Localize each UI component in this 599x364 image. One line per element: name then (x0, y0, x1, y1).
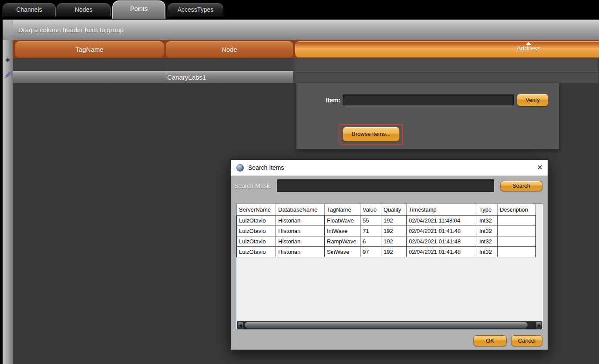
grid-row-cell-node[interactable]: CanaryLabs1 (164, 71, 293, 83)
tab-points[interactable]: Points (112, 0, 165, 19)
cell[interactable] (498, 236, 536, 247)
table-row[interactable]: LuizOtavio Historian FloatWave 55 192 02… (237, 216, 536, 226)
table-row[interactable]: LuizOtavio Historian IntWave 71 192 02/0… (237, 226, 536, 236)
verify-button[interactable]: Verify (517, 94, 549, 106)
search-results-table: ServerName DatabaseName TagName Value Qu… (236, 204, 536, 257)
col-databasename[interactable]: DatabaseName (276, 204, 325, 216)
col-type[interactable]: Type (477, 204, 498, 216)
cell[interactable]: LuizOtavio (237, 226, 276, 236)
table-row[interactable]: LuizOtavio Historian SinWave 97 192 02/0… (237, 247, 536, 257)
dialog-titlebar: Search Items ✕ (231, 160, 548, 176)
cell[interactable]: LuizOtavio (237, 247, 276, 257)
cancel-button[interactable]: Cancel (511, 335, 542, 346)
table-header-row: ServerName DatabaseName TagName Value Qu… (237, 204, 536, 216)
close-icon[interactable]: ✕ (535, 163, 544, 172)
search-items-dialog: Search Items ✕ Search Mask: Search Serve… (230, 159, 548, 350)
cell[interactable]: 02/04/2021 01:41:48 (407, 236, 477, 247)
cell[interactable]: Historian (276, 216, 325, 226)
cell[interactable]: 97 (360, 247, 381, 257)
cell[interactable]: 192 (381, 216, 407, 226)
cell[interactable] (498, 226, 536, 236)
col-servername[interactable]: ServerName (237, 204, 276, 216)
cell[interactable]: 55 (360, 216, 381, 226)
tab-channels[interactable]: Channels (3, 3, 56, 17)
tab-accesstypes[interactable]: AccessTypes (168, 3, 223, 17)
cell[interactable] (498, 216, 536, 226)
col-description[interactable]: Description (498, 204, 536, 216)
column-header-tagname[interactable]: TagName (15, 41, 164, 57)
tab-nodes[interactable]: Nodes (57, 3, 111, 17)
column-header-node[interactable]: Node (166, 41, 293, 57)
cell[interactable]: 192 (381, 226, 407, 236)
group-by-hint: Drag a column header here to group (18, 20, 124, 40)
col-timestamp[interactable]: Timestamp (407, 204, 477, 216)
cell[interactable]: Int32 (477, 216, 498, 226)
cell[interactable]: Historian (276, 226, 325, 236)
cell[interactable]: SinWave (325, 247, 360, 257)
grid-row-cell-tagname[interactable] (13, 71, 164, 83)
group-by-bar[interactable]: Drag a column header here to group (3, 20, 599, 40)
table-row[interactable]: LuizOtavio Historian RampWave 6 192 02/0… (237, 236, 536, 247)
cell[interactable]: 6 (360, 236, 381, 247)
column-header-address-label: Address (501, 44, 556, 52)
cell[interactable]: IntWave (325, 226, 360, 236)
cell[interactable]: 192 (381, 236, 407, 247)
browse-items-button[interactable]: Browse items... (343, 127, 400, 142)
cell[interactable] (498, 247, 536, 257)
edit-pencil-icon (4, 71, 12, 79)
cell[interactable]: LuizOtavio (237, 216, 276, 226)
col-quality[interactable]: Quality (381, 204, 407, 216)
col-value[interactable]: Value (360, 204, 381, 216)
item-input[interactable] (343, 94, 514, 105)
cell[interactable]: 02/04/2021 01:41:48 (407, 226, 477, 236)
cell[interactable]: Int32 (477, 247, 498, 257)
dialog-title: Search Items (248, 164, 284, 171)
grid-row-cell-address[interactable] (293, 71, 599, 83)
cell[interactable]: Int32 (477, 226, 498, 236)
grid-corner-cell (3, 20, 13, 40)
cell[interactable]: 192 (381, 247, 407, 257)
cell[interactable]: FloatWave (325, 216, 360, 226)
item-label: Item: (305, 97, 340, 104)
app-cube-icon (236, 164, 244, 172)
search-results-listbox: ServerName DatabaseName TagName Value Qu… (236, 203, 543, 330)
scroll-left-arrow-icon[interactable] (237, 322, 244, 328)
cell[interactable]: 71 (360, 226, 381, 236)
col-tagname[interactable]: TagName (325, 204, 360, 216)
scrollbar-thumb[interactable] (244, 322, 528, 328)
search-mask-label: Search Mask: (234, 182, 272, 189)
grid-newrow-cell-address[interactable] (293, 58, 599, 71)
search-mask-input[interactable] (277, 179, 494, 192)
scroll-right-arrow-icon[interactable] (535, 322, 542, 328)
grid-newrow-cell-node[interactable] (164, 58, 293, 71)
cell[interactable]: LuizOtavio (237, 236, 276, 247)
cell[interactable]: 02/04/2021 11:48:04 (407, 216, 477, 226)
cell[interactable]: 02/04/2021 01:41:48 (407, 247, 477, 257)
address-editor-panel: Item: Verify Browse items... (296, 83, 559, 149)
row-indicator-gutter (3, 40, 13, 364)
ok-button[interactable]: OK (473, 335, 507, 346)
new-row-icon: ✱ (5, 57, 10, 64)
horizontal-scrollbar[interactable] (237, 321, 542, 329)
cell[interactable]: Historian (276, 247, 325, 257)
search-button[interactable]: Search (500, 181, 542, 191)
cell[interactable]: Int32 (477, 236, 498, 247)
cell[interactable]: RampWave (325, 236, 360, 247)
cell[interactable]: Historian (276, 236, 325, 247)
grid-newrow-cell-tagname[interactable] (13, 58, 164, 71)
